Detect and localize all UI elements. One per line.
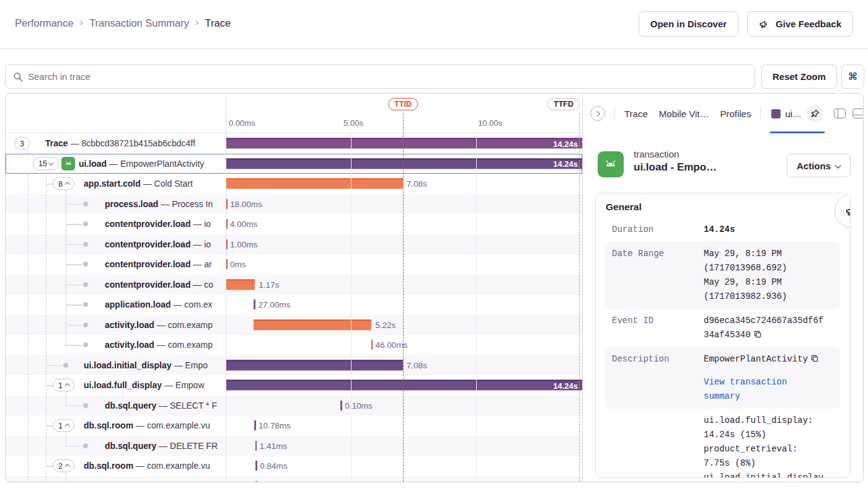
span-row-label[interactable]: db.sql.query — DELETE FR bbox=[6, 436, 226, 456]
span-row-bar-area[interactable]: 4.00ms bbox=[226, 214, 582, 234]
span-expand-pill[interactable]: 2 bbox=[53, 459, 74, 472]
span-row-bar-area[interactable]: 1.00ms bbox=[226, 234, 582, 255]
span-row-bar-area[interactable]: 46.00ms bbox=[226, 335, 582, 355]
panel-tab-strip: TraceMobile Vit…Profiles ui… bbox=[583, 94, 863, 133]
pin-icon[interactable] bbox=[806, 105, 823, 122]
span-description: 8cbbcd38721b415ab6cbdc4ff bbox=[81, 138, 195, 148]
span-row-bar-area[interactable]: 7.08s bbox=[226, 174, 582, 194]
span-duration-tick[interactable] bbox=[254, 420, 256, 430]
ttid-badge[interactable]: TTID bbox=[388, 98, 418, 110]
breadcrumb-item-transaction-summary[interactable]: Transaction Summary bbox=[89, 17, 189, 29]
span-duration-tick[interactable] bbox=[254, 299, 255, 309]
span-child-count: 3 bbox=[20, 139, 24, 148]
span-row-label[interactable]: 3Trace — 8cbbcd38721b415ab6cbdc4ff bbox=[6, 133, 226, 154]
transaction-header: transaction ui.load - Empo… Actions bbox=[598, 148, 853, 184]
trace-row: db.sql.query — INSERT OR0.70ms bbox=[6, 476, 582, 482]
span-row-bar-area[interactable]: 10.78ms bbox=[226, 415, 582, 436]
layout-left-panel-icon[interactable] bbox=[834, 109, 846, 118]
span-row-label[interactable]: contentprovider.load — io bbox=[6, 234, 226, 255]
span-row-label[interactable]: 15ui.load — EmpowerPlantActivity bbox=[6, 154, 226, 174]
span-op: ui.load.initial_display bbox=[84, 360, 172, 370]
span-row-bar-area[interactable]: 1.17s bbox=[226, 275, 582, 295]
span-row-label[interactable]: 1ui.load.full_display — Empow bbox=[6, 375, 226, 396]
search-input[interactable] bbox=[28, 71, 747, 82]
span-expand-pill[interactable]: 1 bbox=[53, 419, 74, 432]
span-op: ui.load.full_display bbox=[84, 380, 162, 390]
span-duration-bar[interactable]: 14.24s bbox=[226, 380, 582, 391]
tab-mobile-vit-[interactable]: Mobile Vit… bbox=[659, 109, 709, 119]
breadcrumb-item-trace: Trace bbox=[205, 17, 231, 29]
shortcut-command-button[interactable]: ⌘ bbox=[841, 64, 864, 89]
span-op: Trace bbox=[45, 138, 68, 148]
ttfd-badge[interactable]: TTFD bbox=[547, 98, 580, 110]
span-duration-label: 0.10ms bbox=[345, 401, 372, 410]
span-row-bar-area[interactable]: 0.10ms bbox=[226, 396, 582, 416]
span-description: Cold Start bbox=[154, 179, 193, 189]
span-tree-dot bbox=[83, 262, 88, 267]
span-row-bar-area[interactable]: 14.24s bbox=[226, 133, 582, 154]
span-row-bar-area[interactable]: 1.41ms bbox=[226, 436, 582, 456]
span-row-bar-area[interactable]: 7.08s bbox=[226, 355, 582, 376]
span-row-bar-area[interactable]: 27.00ms bbox=[226, 295, 582, 315]
span-duration-tick[interactable] bbox=[255, 481, 257, 482]
span-row-bar-area[interactable]: 0ms bbox=[226, 254, 582, 275]
reset-zoom-button[interactable]: Reset Zoom bbox=[761, 64, 837, 89]
span-duration-bar[interactable] bbox=[226, 179, 403, 189]
expand-panel-icon[interactable] bbox=[590, 106, 605, 121]
span-op: db.sql.room bbox=[84, 461, 133, 471]
span-row-label[interactable]: 8app.start.cold — Cold Start bbox=[6, 174, 226, 194]
copy-icon[interactable] bbox=[810, 354, 819, 363]
span-expand-pill[interactable]: 15 bbox=[33, 157, 59, 170]
span-expand-pill[interactable]: 1 bbox=[53, 379, 74, 392]
trace-row: db.sql.query — SELECT * F0.10ms bbox=[6, 396, 582, 416]
span-duration-bar[interactable]: 14.24s bbox=[226, 138, 582, 149]
span-duration-tick[interactable] bbox=[255, 441, 257, 451]
field-label: Duration bbox=[612, 223, 704, 237]
span-duration-bar[interactable] bbox=[254, 319, 371, 330]
span-row-bar-area[interactable]: 18.00ms bbox=[226, 194, 582, 215]
span-expand-pill[interactable]: 3 bbox=[14, 137, 30, 150]
span-row-label[interactable]: 1db.sql.room — com.example.vu bbox=[6, 415, 226, 436]
span-duration-tick[interactable] bbox=[255, 461, 257, 471]
actions-button[interactable]: Actions bbox=[787, 154, 851, 177]
span-row-label[interactable]: contentprovider.load — co bbox=[6, 275, 226, 295]
span-row-bar-area[interactable]: 14.24s bbox=[226, 375, 582, 396]
open-in-discover-button[interactable]: Open in Discover bbox=[639, 11, 738, 37]
span-row-label[interactable]: 2db.sql.room — com.example.vu bbox=[6, 456, 226, 476]
span-duration-bar[interactable] bbox=[226, 279, 255, 290]
span-expand-pill[interactable]: 8 bbox=[53, 177, 74, 190]
span-row-label[interactable]: process.load — Process In bbox=[6, 194, 226, 215]
search-bar[interactable] bbox=[5, 64, 755, 89]
layout-bottom-panel-icon[interactable] bbox=[852, 109, 864, 118]
span-tree-dot bbox=[83, 242, 88, 247]
chevron-up-icon bbox=[64, 464, 69, 469]
view-transaction-summary-link[interactable]: View transaction summary bbox=[704, 375, 825, 404]
span-row-label[interactable]: db.sql.query — SELECT * F bbox=[6, 396, 226, 416]
span-row-label[interactable]: activity.load — com.examp bbox=[6, 315, 226, 335]
breadcrumb-item-performance[interactable]: Performance bbox=[15, 17, 73, 29]
span-row-label[interactable]: db.sql.query — INSERT OR bbox=[6, 476, 226, 482]
trace-row: contentprovider.load — ar0ms bbox=[6, 254, 582, 275]
span-duration-bar[interactable] bbox=[226, 360, 403, 370]
span-row-bar-area[interactable]: 5.22s bbox=[226, 315, 582, 335]
span-duration-tick[interactable] bbox=[340, 401, 342, 410]
tab-profiles[interactable]: Profiles bbox=[720, 109, 751, 119]
span-duration-tick[interactable] bbox=[371, 340, 373, 350]
span-row-bar-area[interactable]: 14.24s bbox=[226, 154, 582, 174]
tab-ui-load-active[interactable]: ui… bbox=[770, 94, 825, 133]
copy-icon[interactable] bbox=[753, 330, 762, 339]
span-row-label[interactable]: contentprovider.load — io bbox=[6, 214, 226, 234]
span-row-label[interactable]: contentprovider.load — ar bbox=[6, 254, 226, 275]
span-row-bar-area[interactable]: 0.70ms bbox=[226, 476, 582, 482]
trace-waterfall: 0.00ms5.00s10.00s 3Trace — 8cbbcd38721b4… bbox=[6, 94, 582, 482]
span-duration-bar[interactable]: 14.24s bbox=[226, 158, 582, 169]
span-duration-label: 46.00ms bbox=[376, 340, 408, 350]
give-feedback-button[interactable]: Give Feedback bbox=[747, 11, 853, 37]
span-duration-label: 10.78ms bbox=[259, 421, 291, 430]
span-row-label[interactable]: activity.load — com.examp bbox=[6, 335, 226, 355]
tab-trace[interactable]: Trace bbox=[624, 109, 648, 119]
trace-row: application.load — com.ex27.00ms bbox=[6, 295, 582, 315]
span-row-label[interactable]: ui.load.initial_display — Empo bbox=[6, 355, 226, 376]
span-row-label[interactable]: application.load — com.ex bbox=[6, 295, 226, 315]
span-row-bar-area[interactable]: 0.84ms bbox=[226, 456, 582, 476]
